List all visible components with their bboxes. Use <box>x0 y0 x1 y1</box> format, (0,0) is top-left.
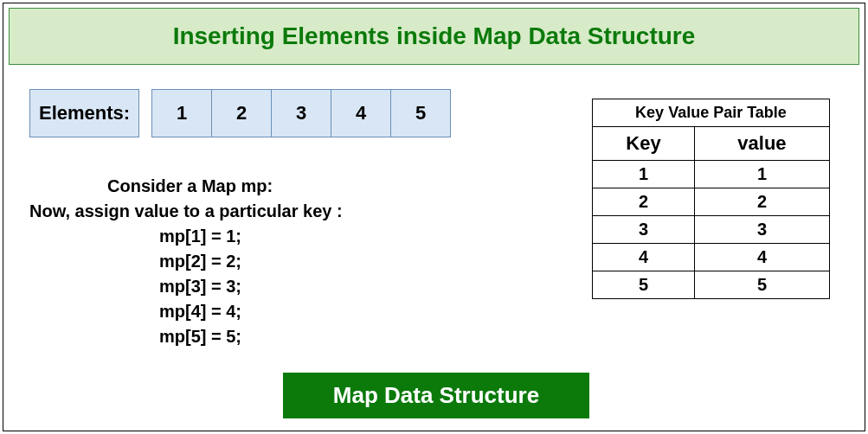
kv-caption: Key Value Pair Table <box>593 99 830 127</box>
kv-key-header: Key <box>593 127 695 161</box>
title-bar: Inserting Elements inside Map Data Struc… <box>9 8 859 65</box>
kv-value: 4 <box>694 244 829 271</box>
diagram-frame: Inserting Elements inside Map Data Struc… <box>3 3 865 431</box>
elements-cells: 1 2 3 4 5 <box>151 89 451 137</box>
kv-value: 5 <box>694 271 829 299</box>
element-cell: 5 <box>390 89 451 137</box>
kv-value-header: value <box>694 127 829 161</box>
kv-key: 1 <box>593 161 695 188</box>
code-line: mp[5] = 5; <box>29 324 839 349</box>
kv-key: 5 <box>593 271 695 299</box>
table-row: 55 <box>593 271 830 299</box>
kv-value: 2 <box>694 188 829 216</box>
table-row: 22 <box>593 188 830 216</box>
kv-value: 1 <box>694 161 829 188</box>
footer-label: Map Data Structure <box>283 373 589 418</box>
page-title: Inserting Elements inside Map Data Struc… <box>173 22 696 50</box>
element-cell: 4 <box>331 89 391 137</box>
key-value-table: Key Value Pair Table Key value 11 22 33 … <box>592 99 830 299</box>
kv-key: 2 <box>593 188 695 216</box>
table-row: 44 <box>593 244 830 271</box>
kv-key: 4 <box>593 244 695 271</box>
elements-label: Elements: <box>29 89 139 137</box>
element-cell: 3 <box>271 89 331 137</box>
table-row: 33 <box>593 216 830 244</box>
element-cell: 2 <box>211 89 272 137</box>
element-cell: 1 <box>151 89 212 137</box>
kv-value: 3 <box>694 216 829 244</box>
code-line: mp[4] = 4; <box>29 299 839 324</box>
table-row: 11 <box>593 161 830 188</box>
kv-key: 3 <box>593 216 695 244</box>
